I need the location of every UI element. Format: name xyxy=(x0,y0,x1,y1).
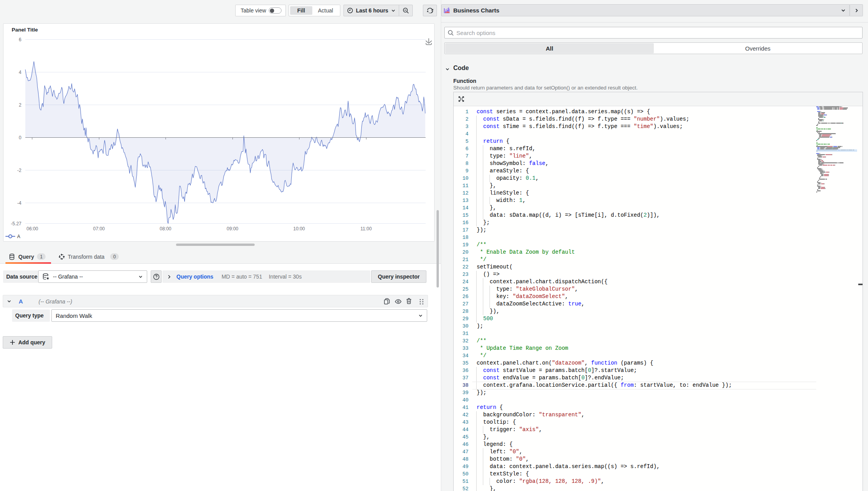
svg-text:-4: -4 xyxy=(17,200,21,206)
svg-text:4: 4 xyxy=(19,70,21,75)
svg-text:09:00: 09:00 xyxy=(227,226,238,231)
svg-text:6: 6 xyxy=(19,37,21,42)
svg-text:-2: -2 xyxy=(17,168,21,173)
svg-text:10:00: 10:00 xyxy=(293,226,305,231)
svg-text:07:00: 07:00 xyxy=(93,226,105,231)
svg-text:0: 0 xyxy=(19,135,21,140)
svg-text:08:00: 08:00 xyxy=(160,226,171,231)
svg-text:-5.27: -5.27 xyxy=(11,221,22,226)
svg-text:A: A xyxy=(17,234,20,239)
svg-text:06:00: 06:00 xyxy=(26,226,38,231)
svg-text:11:00: 11:00 xyxy=(360,226,371,231)
svg-text:2: 2 xyxy=(19,102,21,108)
